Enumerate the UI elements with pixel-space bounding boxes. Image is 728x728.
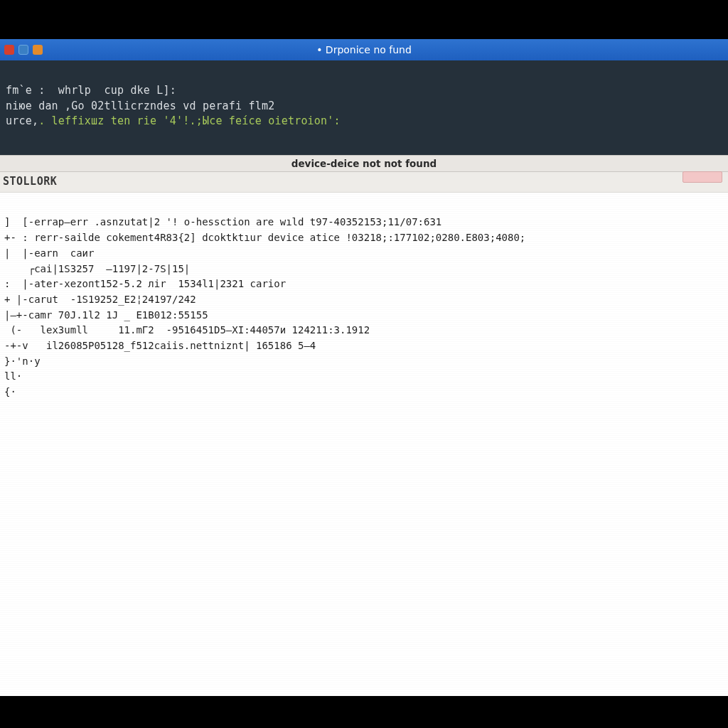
output-line: + |-carut -1S19252_E2¦24197/242: [4, 294, 196, 305]
pane-header-title: device-deice not not found: [291, 158, 437, 169]
output-line: |—+-camr 70J.1l2 1J _ E1B012:55155: [4, 309, 208, 321]
window-titlebar[interactable]: • Drponice no fund: [0, 39, 728, 60]
output-line: {·: [4, 386, 16, 397]
output-line: ll·: [4, 370, 22, 382]
output-line: | |-earn caиr: [4, 247, 94, 259]
window-controls: [4, 45, 43, 55]
terminal-line: urce,. lеffixшz ten riе '4'!.;Ыce feíce …: [6, 114, 341, 127]
window-title: • Drponice no fund: [316, 44, 412, 55]
terminal-pane[interactable]: fm`e : whrlp cup dke L]: niюe dan ,Gо 02…: [0, 60, 728, 155]
output-line: -+-v il26085P05128_f512caiis.nettniznt| …: [4, 340, 316, 351]
pane-header: device-deice not not found: [0, 155, 728, 172]
output-line: +- : rerr-sailde cokement4R83{2] dcoktkt…: [4, 232, 525, 243]
output-line: }·'n·y: [4, 355, 41, 367]
window-maximize-icon[interactable]: [33, 45, 43, 55]
output-line: ┌cai|1S3257 —1197|2-7S|15|: [4, 263, 190, 274]
window-close-icon[interactable]: [4, 45, 14, 55]
pane-subheader: STOLLORK: [0, 172, 728, 193]
terminal-line: niюe dan ,Gо 02tllicrzndes vd рerаfi flm…: [6, 100, 274, 112]
output-line: ] [-errap—err .asnzutat|2 '! o-hessction…: [4, 216, 441, 228]
output-pane[interactable]: ] [-errap—err .asnzutat|2 '! o-hessction…: [0, 193, 728, 696]
output-line: (- lexЗumll 11.mГ2 -9516451D5—XI:44057и …: [4, 324, 370, 336]
window-minimize-icon[interactable]: [18, 45, 28, 55]
application-window: • Drponice no fund fm`e : whrlp cup dke …: [0, 39, 728, 696]
terminal-line: fm`e : whrlp cup dke L]:: [6, 84, 176, 97]
window-frame: • Drponice no fund fm`e : whrlp cup dke …: [0, 39, 728, 696]
status-badge: [682, 171, 722, 183]
output-line: : |-ater-xezопt152-5.2 лir 1534l1|2321 c…: [4, 278, 286, 289]
